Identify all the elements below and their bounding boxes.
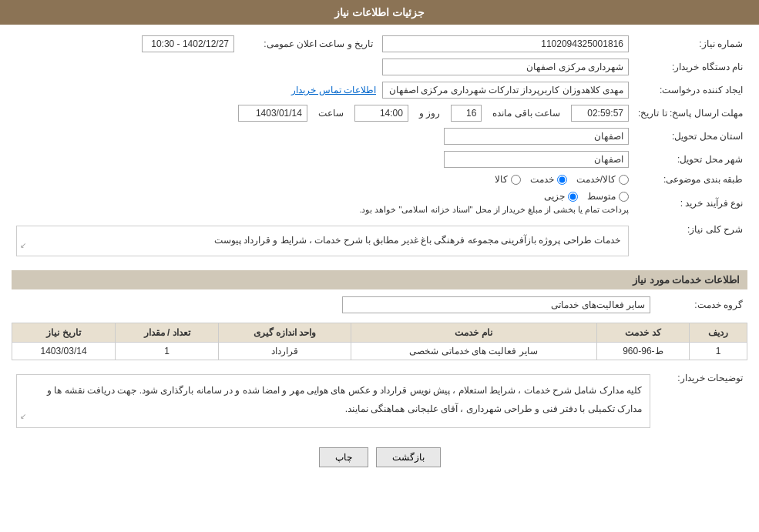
service-group-table: گروه خدمت: سایر فعالیت‌های خدماتی (12, 293, 747, 316)
print-button[interactable]: چاپ (319, 447, 368, 467)
back-button[interactable]: بازگشت (376, 447, 441, 467)
page-title: جزئیات اطلاعات نیاز (334, 6, 425, 18)
creator-label: ایجاد کننده درخواست: (633, 79, 747, 102)
button-row: بازگشت چاپ (12, 447, 747, 479)
purchase-type-label: نوع فرآیند خرید : (633, 188, 747, 218)
need-number-label: شماره نیاز: (633, 32, 747, 55)
city-label: شهر محل تحویل: (633, 148, 747, 171)
purchase-medium-option[interactable]: متوسط (587, 191, 629, 202)
announce-value: 1402/12/27 - 10:30 (142, 35, 234, 52)
service-section-title: اطلاعات خدمات مورد نیاز (12, 270, 747, 289)
table-header: تعداد / مقدار (116, 323, 219, 342)
purchase-type-radio-group: متوسط جزیی (16, 191, 629, 202)
main-info-table: شماره نیاز: 1102094325001816 تاریخ و ساع… (12, 32, 747, 264)
table-header: تاریخ نیاز (12, 323, 116, 342)
purchase-medium-radio[interactable] (619, 192, 629, 202)
buyer-notes-table: توضیحات خریدار: کلیه مدارک شامل شرح خدما… (12, 366, 747, 436)
contact-link[interactable]: اطلاعات تماس خریدار (291, 85, 376, 95)
table-header: نام خدمت (351, 323, 596, 342)
deadline-day-label: روز و (419, 108, 440, 119)
city-value: اصفهان (444, 151, 629, 168)
purchase-partial-option[interactable]: جزیی (544, 191, 578, 202)
deadline-remaining: 02:59:57 (571, 105, 629, 122)
province-label: استان محل تحویل: (633, 125, 747, 148)
purchase-partial-radio[interactable] (568, 192, 578, 202)
category-radio-group: کالا/خدمت خدمت کالا (16, 174, 629, 185)
page-header: جزئیات اطلاعات نیاز (0, 0, 759, 25)
category-label: طبقه بندی موضوعی: (633, 171, 747, 188)
purchase-note: پرداخت تمام یا بخشی از مبلغ خریدار از مح… (16, 205, 629, 215)
category-goods-service-option[interactable]: کالا/خدمت (576, 174, 629, 185)
deadline-remaining-label: ساعت باقی مانده (492, 108, 560, 119)
need-description-value: خدمات طراحی پروژه بازآفرینی مجموعه فرهنگ… (16, 226, 629, 256)
table-header: ردیف (690, 323, 747, 342)
category-goods-service-radio[interactable] (619, 175, 629, 185)
content-area: شماره نیاز: 1102094325001816 تاریخ و ساع… (0, 25, 759, 487)
table-header: واحد اندازه گیری (219, 323, 351, 342)
announce-label: تاریخ و ساعت اعلان عمومی: (239, 32, 378, 55)
table-cell: قرارداد (219, 342, 351, 360)
table-header: کد خدمت (596, 323, 690, 342)
category-service-option[interactable]: خدمت (530, 174, 567, 185)
service-group-value: سایر فعالیت‌های خدماتی (342, 296, 650, 313)
table-cell: 1403/03/14 (12, 342, 116, 360)
category-service-radio[interactable] (557, 175, 567, 185)
category-goods-service-label: کالا/خدمت (576, 174, 616, 185)
page-container: جزئیات اطلاعات نیاز شماره نیاز: 11020943… (0, 0, 759, 532)
service-group-label: گروه خدمت: (655, 293, 747, 316)
need-description-label: شرح کلی نیاز: (633, 218, 747, 264)
category-goods-option[interactable]: کالا (495, 174, 521, 185)
table-cell: سایر فعالیت های خدماتی شخصی (351, 342, 596, 360)
buyer-org-value: شهرداری مرکزی اصفهان (382, 59, 629, 75)
category-goods-radio[interactable] (511, 175, 521, 185)
deadline-time-label: ساعت (318, 108, 344, 119)
deadline-days: 16 (451, 105, 482, 122)
deadline-date: 1403/01/14 (238, 105, 307, 122)
need-number-value: 1102094325001816 (382, 35, 629, 52)
category-service-label: خدمت (530, 174, 554, 185)
table-cell: 1 (116, 342, 219, 360)
province-value: اصفهان (444, 128, 629, 145)
buyer-notes-label: توضیحات خریدار: (655, 366, 747, 436)
deadline-time: 14:00 (354, 105, 408, 122)
creator-value: مهدی کلاهدوزان کاربرپرداز تداركات شهردار… (382, 82, 629, 99)
buyer-org-label: نام دستگاه خریدار: (633, 55, 747, 79)
table-row: 1ط-96-960سایر فعالیت های خدماتی شخصیقرار… (12, 342, 747, 360)
buyer-notes-text: کلیه مدارک شامل شرح خدمات ، شرایط استعلا… (16, 374, 650, 428)
category-goods-label: کالا (495, 174, 508, 185)
service-table: ردیفکد خدمتنام خدمتواحد اندازه گیریتعداد… (12, 323, 747, 360)
purchase-partial-label: جزیی (544, 191, 565, 202)
table-cell: 1 (690, 342, 747, 360)
purchase-medium-label: متوسط (587, 191, 616, 202)
table-cell: ط-96-960 (596, 342, 690, 360)
deadline-label: مهلت ارسال پاسخ: تا تاریخ: (633, 102, 747, 125)
